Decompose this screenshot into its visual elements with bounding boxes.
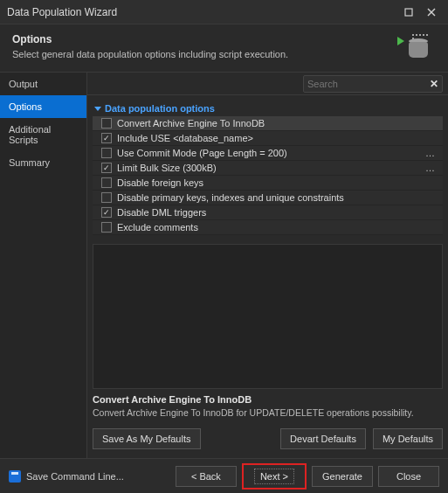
option-description: Convert Archive Engine To InnoDB Convert… [93, 394, 443, 418]
header-icon [401, 33, 436, 59]
option-row[interactable]: Convert Archive Engine To InnoDB [93, 116, 443, 131]
sidebar-item-label: Output [9, 79, 38, 89]
close-window-button[interactable] [422, 4, 441, 20]
sidebar-item-additional-scripts[interactable]: Additional Scripts [0, 118, 86, 151]
footer: Save Command Line... < Back Next > Gener… [0, 458, 448, 493]
option-row[interactable]: Use Commit Mode (Page Length = 200)… [93, 146, 443, 161]
option-checkbox[interactable] [101, 177, 112, 188]
section-header[interactable]: Data population options [93, 101, 443, 116]
options-empty-area [93, 244, 443, 389]
option-label: Disable DML triggers [117, 207, 441, 218]
wizard-window: Data Population Wizard Options Select ge… [0, 0, 448, 493]
sidebar-item-label: Options [9, 101, 42, 112]
option-row[interactable]: Limit Bulk Size (300kB)… [93, 161, 443, 176]
sidebar-item-summary[interactable]: Summary [0, 151, 86, 174]
sidebar: Output Options Additional Scripts Summar… [0, 73, 87, 458]
search-input[interactable] [307, 79, 428, 89]
my-defaults-button[interactable]: My Defaults [373, 428, 443, 449]
option-label: Convert Archive Engine To InnoDB [117, 118, 441, 128]
titlebar: Data Population Wizard [0, 0, 448, 24]
back-button[interactable]: < Back [176, 466, 237, 487]
sidebar-item-output[interactable]: Output [0, 73, 86, 95]
option-label: Exclude comments [117, 222, 441, 233]
save-command-line-label: Save Command Line... [26, 471, 124, 482]
maximize-button[interactable] [399, 4, 418, 20]
option-label: Limit Bulk Size (300kB) [117, 163, 420, 173]
main-panel: ✕ Data population options Convert Archiv… [87, 73, 448, 458]
save-icon [9, 470, 21, 483]
option-more-icon[interactable]: … [420, 148, 441, 158]
option-row[interactable]: Disable DML triggers [93, 205, 443, 220]
generate-button[interactable]: Generate [312, 466, 373, 487]
options-list: Data population options Convert Archive … [87, 95, 448, 244]
clear-search-icon[interactable]: ✕ [428, 78, 440, 90]
populate-database-icon [406, 33, 431, 58]
next-button[interactable]: Next > [242, 463, 307, 490]
sidebar-item-label: Additional Scripts [9, 124, 51, 145]
page-title: Options [12, 33, 401, 45]
svg-rect-0 [405, 9, 412, 16]
option-row[interactable]: Disable foreign keys [93, 176, 443, 191]
collapse-icon [94, 107, 101, 111]
description-body: Convert Archive Engine To InnoDB for UPD… [93, 407, 443, 418]
section-title: Data population options [105, 103, 215, 114]
save-as-defaults-button[interactable]: Save As My Defaults [93, 428, 201, 449]
option-checkbox[interactable] [101, 148, 112, 158]
option-row[interactable]: Include USE <database_name> [93, 131, 443, 146]
sidebar-item-options[interactable]: Options [0, 95, 86, 118]
option-row[interactable]: Disable primary keys, indexes and unique… [93, 191, 443, 205]
option-more-icon[interactable]: … [420, 163, 441, 173]
search-box[interactable]: ✕ [303, 75, 443, 93]
sidebar-item-label: Summary [9, 157, 50, 168]
option-checkbox[interactable] [101, 192, 112, 203]
save-command-line-button[interactable]: Save Command Line... [9, 470, 124, 483]
description-title: Convert Archive Engine To InnoDB [93, 394, 443, 405]
header: Options Select general data population o… [0, 24, 448, 73]
option-checkbox[interactable] [101, 133, 112, 143]
option-checkbox[interactable] [101, 118, 112, 128]
close-button[interactable]: Close [378, 466, 439, 487]
option-checkbox[interactable] [101, 163, 112, 173]
option-label: Disable primary keys, indexes and unique… [117, 192, 441, 203]
option-checkbox[interactable] [101, 222, 112, 233]
page-subtitle: Select general data population options i… [12, 49, 401, 59]
option-row[interactable]: Exclude comments [93, 220, 443, 235]
option-label: Use Commit Mode (Page Length = 200) [117, 148, 420, 158]
devart-defaults-button[interactable]: Devart Defaults [280, 428, 366, 449]
option-label: Disable foreign keys [117, 177, 441, 188]
next-button-label: Next > [254, 469, 294, 484]
window-title: Data Population Wizard [7, 6, 396, 18]
option-checkbox[interactable] [101, 207, 112, 218]
option-label: Include USE <database_name> [117, 133, 441, 143]
